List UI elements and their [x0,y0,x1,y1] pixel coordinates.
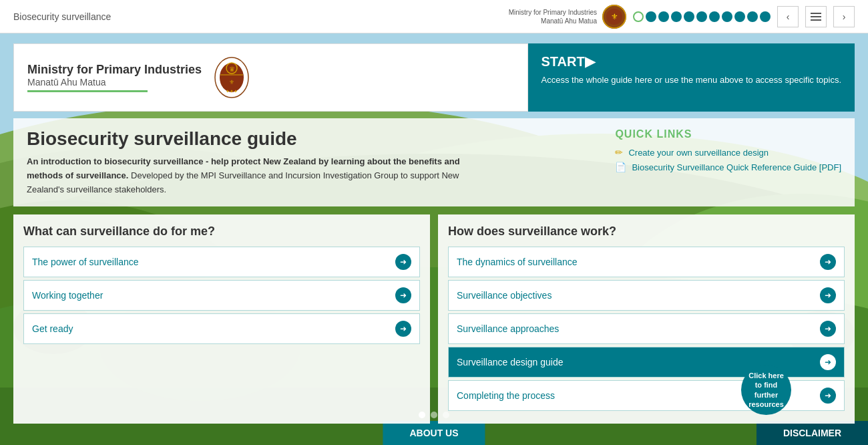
right-item-2-text: Surveillance objectives [457,290,552,301]
document-icon: 📄 [615,162,626,172]
guide-text-group: Biosecurity surveillance guide An introd… [27,128,595,196]
progress-dot-6 [709,11,720,22]
mpi-green-line [27,90,148,92]
progress-dot-7 [722,11,732,22]
progress-dot-1 [646,11,656,22]
mpi-logo-group: Ministry for Primary Industries Manatū A… [27,54,252,101]
quick-link-2-text[interactable]: Biosecurity Surveillance Quick Reference… [632,162,841,172]
quick-links-section: QUICK LINKS ✏ Create your own surveillan… [595,128,841,176]
progress-dot-2 [658,11,669,22]
progress-dot-0 [633,11,644,22]
right-item-1-arrow: ➜ [820,254,836,270]
progress-dot-10 [760,11,771,22]
nav-logo-text: Ministry for Primary Industries Manatū A… [509,8,597,25]
slide-dot-2[interactable] [431,412,437,418]
left-card: What can surveillance do for me? The pow… [13,214,430,424]
slide-dot-1[interactable] [419,412,425,418]
left-card-title: What can surveillance do for me? [23,225,420,239]
right-item-5-arrow: ➜ [820,388,836,404]
click-resources-circle[interactable]: Click here to find further resources [741,365,791,415]
nav-org-maori: Manatū Ahu Matua [509,17,597,25]
left-item-1[interactable]: The power of surveillance ➜ [23,247,420,277]
svg-text:✦✦✦: ✦✦✦ [226,89,238,94]
app-title: Biosecurity surveillance [13,11,111,22]
quick-link-1-text[interactable]: Create your own surveillance design [628,148,769,158]
progress-dot-5 [696,11,707,22]
svg-text:⚜: ⚜ [229,79,234,86]
progress-dot-8 [734,11,745,22]
guide-description: An introduction to biosecurity surveilla… [27,155,481,196]
right-card-title: How does surveillance work? [448,225,845,239]
progress-dot-3 [671,11,682,22]
quick-link-2[interactable]: 📄 Biosecurity Surveillance Quick Referen… [615,162,841,172]
svg-text:♛: ♛ [228,65,234,73]
mpi-header-card: Ministry for Primary Industries Manatū A… [13,43,528,112]
pencil-icon: ✏ [615,147,623,158]
start-text: Access the whole guide here or use the m… [541,73,841,87]
right-item-4-arrow: ➜ [820,354,836,370]
svg-text:⚜: ⚜ [611,12,618,21]
mpi-emblem-large: ♛ ⚜ ✦✦✦ [212,54,252,101]
next-button[interactable]: › [833,6,855,27]
right-item-3[interactable]: Surveillance approaches ➜ [448,313,845,344]
right-item-5-text: Completing the process [457,390,555,401]
start-title: START▶ [541,53,841,69]
header-row: Ministry for Primary Industries Manatū A… [13,43,855,112]
progress-dot-4 [684,11,694,22]
menu-bar-1 [811,13,821,14]
right-item-4-text: Surveillance design guide [457,357,564,367]
right-item-2[interactable]: Surveillance objectives ➜ [448,280,845,311]
mpi-text-group: Ministry for Primary Industries Manatū A… [27,63,202,92]
progress-dot-9 [747,11,758,22]
slide-dot-3[interactable] [443,412,449,418]
left-item-2-arrow: ➜ [395,287,411,303]
guide-intro-section: Biosecurity surveillance guide An introd… [13,118,855,206]
quick-links-title: QUICK LINKS [615,128,841,140]
prev-button[interactable]: ‹ [777,6,799,27]
guide-title: Biosecurity surveillance guide [27,128,595,150]
left-item-1-arrow: ➜ [395,254,411,270]
mpi-nav-logo: Ministry for Primary Industries Manatū A… [509,5,626,29]
nav-org-name: Ministry for Primary Industries [509,8,597,17]
right-item-3-arrow: ➜ [820,321,836,337]
progress-dots [633,11,771,22]
left-item-2[interactable]: Working together ➜ [23,280,420,311]
left-item-3-arrow: ➜ [395,321,411,337]
mpi-org-name: Ministry for Primary Industries [27,63,202,77]
right-item-1[interactable]: The dynamics of surveillance ➜ [448,247,845,277]
quick-link-1[interactable]: ✏ Create your own surveillance design [615,147,841,158]
left-item-3[interactable]: Get ready ➜ [23,313,420,344]
left-item-2-text: Working together [32,290,103,301]
menu-button[interactable] [805,6,827,27]
left-item-1-text: The power of surveillance [32,257,139,267]
start-box[interactable]: START▶ Access the whole guide here or us… [528,43,855,112]
right-card: How does surveillance work? The dynamics… [438,214,855,424]
nav-right-group: Ministry for Primary Industries Manatū A… [509,5,855,29]
right-item-3-text: Surveillance approaches [457,323,559,334]
menu-bar-3 [811,19,821,21]
nav-emblem: ⚜ [602,5,626,29]
right-item-1-text: The dynamics of surveillance [457,257,578,267]
two-column-layout: What can surveillance do for me? The pow… [13,214,855,424]
slide-dots [419,412,449,418]
mpi-org-maori: Manatū Ahu Matua [27,77,202,88]
main-content: Ministry for Primary Industries Manatū A… [0,37,868,430]
left-item-3-text: Get ready [32,323,73,334]
top-navigation: Biosecurity surveillance Ministry for Pr… [0,0,868,33]
menu-bar-2 [811,16,821,17]
right-item-2-arrow: ➜ [820,287,836,303]
